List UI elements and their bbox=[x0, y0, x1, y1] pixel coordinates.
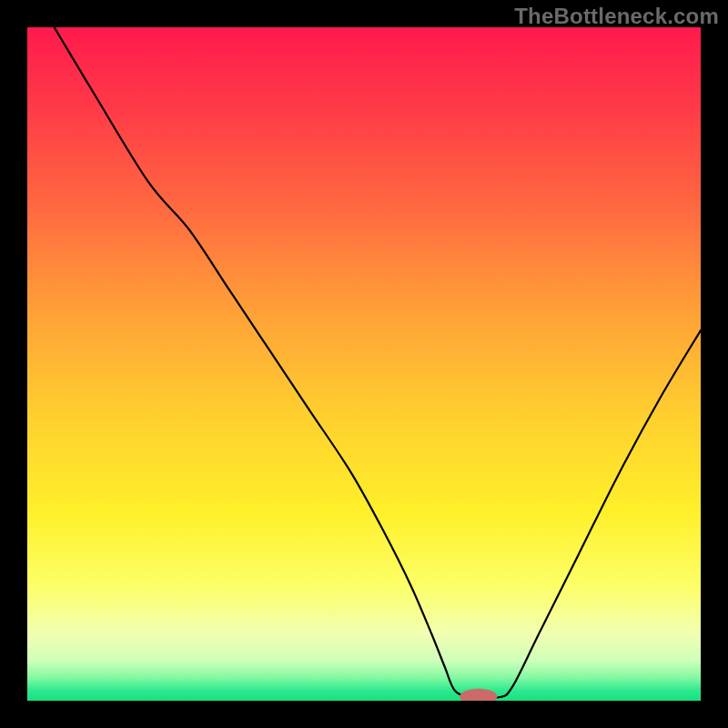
gradient-background bbox=[27, 27, 701, 701]
chart-svg bbox=[27, 27, 701, 701]
plot-area bbox=[27, 27, 701, 701]
chart-frame: TheBottleneck.com bbox=[0, 0, 728, 728]
watermark-text: TheBottleneck.com bbox=[514, 4, 719, 29]
